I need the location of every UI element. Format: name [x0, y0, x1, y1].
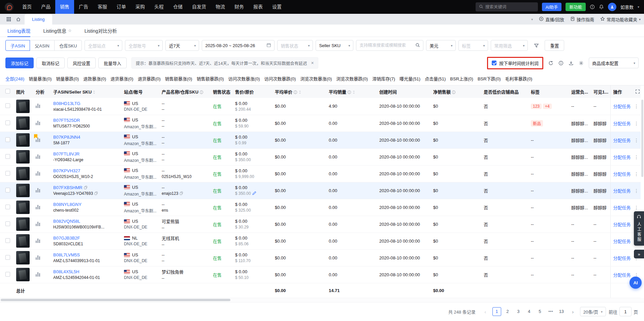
dimension-warehouse-sku[interactable]: 仓库SKU [54, 40, 82, 51]
assign-task-link[interactable]: 分配任务 [613, 256, 631, 261]
more-actions-icon[interactable]: ⋮ [634, 188, 639, 193]
close-icon[interactable]: × [311, 60, 314, 66]
cancel-mark-button[interactable]: 取消标记 [36, 58, 65, 68]
bell-icon[interactable] [599, 4, 604, 9]
row-checkbox[interactable] [5, 137, 10, 142]
row-checkbox[interactable] [5, 221, 10, 226]
horizontal-scrollbar[interactable] [1, 299, 230, 301]
page-number[interactable]: 13 [557, 307, 566, 316]
expand-table-icon[interactable] [635, 89, 640, 95]
analysis-chart-icon[interactable] [36, 238, 40, 243]
page-number[interactable]: 1 [492, 307, 501, 316]
dimension-parent-asin[interactable]: 父ASIN [30, 40, 54, 51]
assign-task-link[interactable]: 分配任务 [613, 239, 631, 244]
category-tab[interactable]: 退货暴跌(0) [138, 75, 161, 82]
category-tab[interactable]: 毛利率暴跌(0) [505, 75, 533, 82]
category-tab[interactable]: 销量暴涨(0) [29, 75, 52, 82]
asin-link[interactable]: B07KP8JNN4 [53, 135, 119, 140]
tab-listing-performance[interactable]: Listing表现 [7, 25, 30, 37]
tab-listing-info[interactable]: Listing信息☆ [43, 25, 71, 37]
row-checkbox[interactable] [5, 255, 10, 260]
customer-service-button[interactable]: 人工客服 [634, 211, 644, 246]
column-header[interactable]: 子ASIN/Seller SKU [51, 85, 121, 98]
prev-page-button[interactable]: ‹ [481, 307, 490, 316]
analysis-chart-icon[interactable] [36, 154, 40, 159]
page-number[interactable]: 5 [536, 307, 544, 316]
more-actions-icon[interactable]: ⋮ [634, 104, 639, 109]
more-actions-icon[interactable]: ⋮ [634, 171, 639, 177]
refresh-icon[interactable] [548, 61, 553, 66]
favorites-link[interactable]: 常用功能收藏夹 ▾ [600, 16, 641, 23]
asin-link[interactable]: B07FT525DR [53, 118, 119, 123]
nav-item[interactable]: 头程 [150, 0, 168, 14]
new-feature-button[interactable]: 新功能 [566, 3, 586, 11]
asin-link[interactable]: B08L7LVM5S [53, 252, 119, 257]
analysis-chart-icon[interactable] [36, 188, 40, 192]
analysis-chart-icon[interactable] [36, 171, 40, 176]
avatar[interactable] [608, 3, 616, 11]
vertical-scrollbar[interactable] [641, 100, 643, 177]
category-tab[interactable]: 曝光量(51) [399, 75, 420, 82]
batch-import-button[interactable]: 批量导入 [98, 58, 127, 68]
page-number[interactable]: 4 [525, 307, 534, 316]
category-tab[interactable]: 退货暴涨(0) [110, 75, 133, 82]
tabs-overflow-chevron-icon[interactable]: ▾ [531, 17, 533, 21]
category-tab[interactable]: 全部(248) [5, 75, 24, 82]
keyword-search-input[interactable] [359, 43, 413, 48]
asin-link[interactable]: B08HD13LTG [53, 101, 119, 106]
row-checkbox[interactable] [5, 188, 10, 192]
page-number[interactable]: 3 [514, 307, 523, 316]
ai-floating-button[interactable]: AI [630, 277, 642, 289]
gear-icon[interactable] [579, 61, 584, 66]
keyword-search[interactable] [356, 40, 423, 51]
nav-item[interactable]: 采购 [131, 0, 150, 14]
category-tab[interactable]: 访问次数暴涨(0) [228, 75, 260, 82]
asin-link[interactable]: B08NYL8GNY [53, 202, 119, 207]
username[interactable]: 如意数 [620, 4, 634, 10]
category-tab[interactable]: BSR下跌(0) [478, 75, 501, 82]
sku-type-select[interactable]: Seller SKU▾ [316, 40, 353, 51]
apps-grid-icon[interactable] [4, 17, 13, 22]
category-tab[interactable]: 滞销库存(7) [372, 75, 395, 82]
more-actions-icon[interactable]: ⋮ [634, 121, 639, 126]
row-checkbox[interactable] [5, 120, 10, 125]
nav-item[interactable]: 财务 [230, 0, 249, 14]
assign-task-link[interactable]: 分配任务 [613, 188, 631, 193]
global-search[interactable] [476, 2, 538, 11]
more-actions-icon[interactable]: ⋮ [634, 205, 639, 210]
global-search-input[interactable] [485, 5, 529, 9]
row-checkbox[interactable] [5, 103, 10, 108]
home-icon[interactable] [13, 17, 23, 22]
nav-item[interactable]: 自发货 [187, 0, 211, 14]
asin-link[interactable]: B07FXBSHMR [53, 185, 119, 190]
tag-chip[interactable]: +4 [543, 104, 552, 109]
tag-chip[interactable]: 123 [531, 104, 542, 109]
asin-link[interactable]: B07GJB3B2F [53, 236, 119, 241]
category-tab[interactable]: 浏览次数暴跌(0) [336, 75, 368, 82]
cost-config-select[interactable]: 商品成本配置▾ [589, 58, 639, 68]
dimension-child-asin[interactable]: 子ASIN [5, 40, 30, 51]
download-icon[interactable] [569, 61, 574, 66]
next-page-button[interactable]: › [569, 307, 577, 316]
nav-item[interactable]: 仓储 [168, 0, 187, 14]
date-quick-select[interactable]: 近7天▾ [165, 40, 199, 51]
category-tab[interactable]: 销量暴跌(0) [56, 75, 79, 82]
collapse-panel-button[interactable]: » [634, 250, 644, 258]
analysis-chart-icon[interactable] [36, 272, 40, 277]
tag-chip[interactable]: 新品 [531, 120, 543, 127]
page-size-select[interactable]: 20条/页▾ [580, 307, 606, 316]
add-mark-button[interactable]: 添加标记 [5, 58, 34, 68]
assign-task-link[interactable]: 分配任务 [613, 155, 631, 160]
nav-item[interactable]: 报表 [249, 0, 267, 14]
more-actions-icon[interactable]: ⋮ [634, 138, 639, 143]
asin-link[interactable]: B082VQN58L [53, 219, 119, 224]
ai-assistant-button[interactable]: AI助手 [542, 3, 562, 11]
row-checkbox[interactable] [5, 154, 10, 159]
row-checkbox[interactable] [5, 238, 10, 243]
analysis-chart-icon[interactable] [36, 255, 40, 260]
profit-checkbox[interactable] [492, 61, 496, 65]
app-logo[interactable] [5, 3, 13, 11]
category-tab[interactable]: BSR上涨(0) [450, 75, 473, 82]
date-range-picker[interactable]: 2025-08-20 ~ 2025-08-26 [202, 40, 275, 51]
column-header[interactable]: 平均销量 [326, 85, 377, 98]
